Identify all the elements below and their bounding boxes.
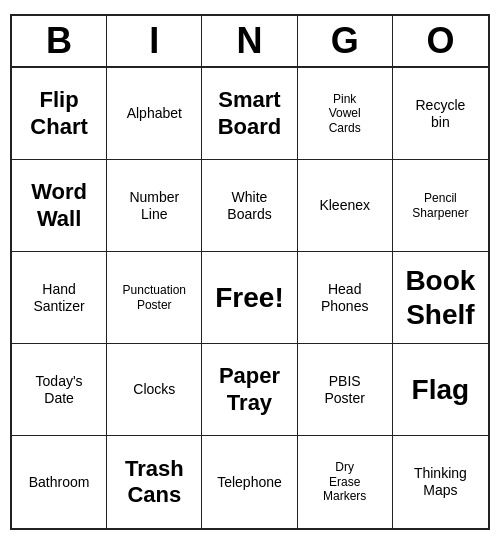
- cell-text-5: WordWall: [31, 179, 87, 232]
- bingo-cell-9: PencilSharpener: [393, 160, 488, 252]
- cell-text-15: Today'sDate: [36, 373, 83, 407]
- cell-text-16: Clocks: [133, 381, 175, 398]
- cell-text-4: Recyclebin: [415, 97, 465, 131]
- bingo-cell-5: WordWall: [12, 160, 107, 252]
- cell-text-18: PBISPoster: [324, 373, 364, 407]
- bingo-cell-10: HandSantizer: [12, 252, 107, 344]
- cell-text-10: HandSantizer: [33, 281, 84, 315]
- bingo-cell-8: Kleenex: [298, 160, 393, 252]
- cell-text-9: PencilSharpener: [412, 191, 468, 220]
- bingo-cell-17: PaperTray: [202, 344, 297, 436]
- bingo-cell-20: Bathroom: [12, 436, 107, 528]
- header-letter-G: G: [298, 16, 393, 66]
- bingo-cell-22: Telephone: [202, 436, 297, 528]
- cell-text-14: BookShelf: [405, 264, 475, 331]
- bingo-cell-11: PunctuationPoster: [107, 252, 202, 344]
- bingo-cell-1: Alphabet: [107, 68, 202, 160]
- bingo-cell-18: PBISPoster: [298, 344, 393, 436]
- cell-text-12: Free!: [215, 281, 283, 315]
- bingo-cell-6: NumberLine: [107, 160, 202, 252]
- bingo-cell-12: Free!: [202, 252, 297, 344]
- bingo-cell-2: SmartBoard: [202, 68, 297, 160]
- cell-text-20: Bathroom: [29, 474, 90, 491]
- bingo-header: BINGO: [12, 16, 488, 68]
- cell-text-0: FlipChart: [30, 87, 87, 140]
- cell-text-22: Telephone: [217, 474, 282, 491]
- cell-text-2: SmartBoard: [218, 87, 282, 140]
- bingo-cell-3: PinkVowelCards: [298, 68, 393, 160]
- header-letter-B: B: [12, 16, 107, 66]
- bingo-cell-24: ThinkingMaps: [393, 436, 488, 528]
- bingo-cell-0: FlipChart: [12, 68, 107, 160]
- bingo-grid: FlipChartAlphabetSmartBoardPinkVowelCard…: [12, 68, 488, 528]
- bingo-cell-7: WhiteBoards: [202, 160, 297, 252]
- bingo-card: BINGO FlipChartAlphabetSmartBoardPinkVow…: [10, 14, 490, 530]
- cell-text-17: PaperTray: [219, 363, 280, 416]
- cell-text-23: DryEraseMarkers: [323, 460, 366, 503]
- header-letter-I: I: [107, 16, 202, 66]
- bingo-cell-19: Flag: [393, 344, 488, 436]
- cell-text-24: ThinkingMaps: [414, 465, 467, 499]
- header-letter-O: O: [393, 16, 488, 66]
- bingo-cell-16: Clocks: [107, 344, 202, 436]
- bingo-cell-15: Today'sDate: [12, 344, 107, 436]
- cell-text-8: Kleenex: [319, 197, 370, 214]
- cell-text-7: WhiteBoards: [227, 189, 271, 223]
- cell-text-19: Flag: [412, 373, 470, 407]
- cell-text-13: HeadPhones: [321, 281, 368, 315]
- bingo-cell-23: DryEraseMarkers: [298, 436, 393, 528]
- cell-text-21: TrashCans: [125, 456, 184, 509]
- cell-text-1: Alphabet: [127, 105, 182, 122]
- bingo-cell-21: TrashCans: [107, 436, 202, 528]
- cell-text-6: NumberLine: [129, 189, 179, 223]
- bingo-cell-14: BookShelf: [393, 252, 488, 344]
- bingo-cell-13: HeadPhones: [298, 252, 393, 344]
- bingo-cell-4: Recyclebin: [393, 68, 488, 160]
- header-letter-N: N: [202, 16, 297, 66]
- cell-text-3: PinkVowelCards: [329, 92, 361, 135]
- cell-text-11: PunctuationPoster: [123, 283, 186, 312]
